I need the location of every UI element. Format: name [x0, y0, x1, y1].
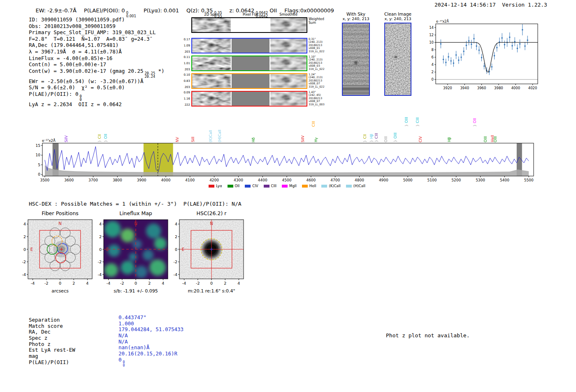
- info-lineflux: LineFlux = -4.00(±0.85)e-16: [29, 55, 165, 62]
- svg-text:5500: 5500: [524, 178, 534, 182]
- svg-text:0: 0: [175, 247, 177, 252]
- svg-text:3940: 3940: [460, 86, 469, 90]
- match-row-label: Photo z: [29, 341, 118, 347]
- match-row-label: RA, Dec: [29, 329, 118, 335]
- legend-item: (H)CaII: [346, 184, 365, 188]
- svg-text:E: E: [182, 247, 184, 252]
- match-row-value: 000: [118, 357, 125, 367]
- legend-item: (K)CaII: [321, 184, 340, 188]
- spec2d-row: 0.100.832031.24"(240, 213)20180213v008_0…: [182, 73, 328, 89]
- svg-text:Lineflux Map: Lineflux Map: [119, 210, 152, 216]
- info-sn-chi2: S/N = 9.6(±2.0) χ² = 0.5(±0.0): [29, 84, 165, 91]
- spec2d-row: WeightedSum: [182, 17, 328, 33]
- match-rows: Separation0.443747"Match score1.000RA, D…: [29, 314, 183, 363]
- match-row-value: 20.16(20.15,20.16)R: [118, 350, 177, 357]
- spectral-line-label: } OII: [473, 118, 477, 127]
- svg-text:0: 0: [59, 281, 61, 285]
- photz-note: Phot z plot not available.: [386, 332, 470, 339]
- info-radec: RA,Dec (179.044464,51.075481): [29, 42, 165, 49]
- full-spectrum-plot: 3500360037003800390040004100420043004400…: [33, 138, 541, 183]
- spec2d-strip: [191, 91, 307, 107]
- spec2d-header-2dspec: 2D Spec: [204, 12, 218, 16]
- match-row-label: P(LAE)/P(OII): [29, 359, 118, 365]
- legend-swatch: [264, 185, 269, 188]
- legend-item: CIV: [245, 184, 258, 188]
- info-redshifts: LyA z = 2.2634 OII z = 0.0642: [29, 101, 165, 108]
- svg-text:-2: -2: [44, 281, 48, 285]
- svg-text:4400: 4400: [258, 178, 267, 182]
- svg-text:2: 2: [148, 281, 151, 285]
- info-cont-n: Cont(n) = 5.00(±0.00)e-17: [29, 61, 165, 68]
- svg-text:e⁻¹⁷x2Å: e⁻¹⁷x2Å: [436, 19, 449, 23]
- clean-image-coords: x, y: 240, 213: [382, 16, 414, 21]
- svg-text:-4: -4: [174, 272, 177, 277]
- svg-text:5: 5: [38, 163, 40, 167]
- info-seeing: F=2.8" T=0.121 N̄=1.07 A=0.83̄ g=24.3̄: [29, 36, 165, 42]
- svg-text:2: 2: [224, 281, 226, 285]
- spec2d-strip: [191, 17, 307, 33]
- spec2d-row: 0.171.092030.31"(240, 213)20180213v008_0…: [182, 38, 328, 53]
- ew-value: EW: -2.9±-0.7Å: [36, 7, 77, 14]
- source-spot: [343, 23, 369, 95]
- with-sky-panel: With Sky x, y: 240, 213: [340, 12, 372, 96]
- with-sky-coords: x, y: 240, 213: [340, 16, 372, 21]
- spec2d-strip: [191, 56, 307, 71]
- svg-text:0: 0: [38, 172, 40, 176]
- match-row-label: Separation: [29, 317, 118, 323]
- info-ewr: EWr = -2.50(±0.54) (w: -3.20(±0.67))Å: [29, 78, 165, 85]
- svg-text:-2: -2: [196, 281, 200, 285]
- plya-value: P(Lyα): 0.001: [144, 7, 179, 14]
- spec2d-header-smoothed: Smoothed: [279, 12, 297, 16]
- svg-text:4800: 4800: [355, 178, 364, 182]
- hsc-match-header: HSC-DEX : Possible Matches = 1 (within +…: [29, 201, 242, 207]
- spec2d-strip: [191, 73, 307, 89]
- svg-text:10: 10: [429, 40, 434, 44]
- svg-text:4700: 4700: [330, 178, 340, 182]
- svg-text:5000: 5000: [403, 178, 413, 182]
- match-row-value: 1.000: [118, 320, 134, 327]
- match-row: Separation0.443747": [29, 314, 183, 320]
- svg-text:10: 10: [36, 153, 41, 157]
- info-id: ID: 3090011059 (3090011059.pdf): [29, 16, 165, 23]
- spec2d-header-pixelflat: Pixel Flat: [243, 12, 258, 16]
- svg-text:4300: 4300: [234, 178, 243, 182]
- svg-text:E: E: [106, 247, 109, 252]
- line-fit-plot: 39203940396039804000402002468101214e⁻¹⁷x…: [425, 19, 541, 93]
- svg-text:-2: -2: [22, 260, 26, 264]
- match-table: Separation0.443747"Match score1.000RA, D…: [29, 314, 183, 363]
- hsc-r-cutout: -4-4-2-2002244HSC(26.2) rm:20.1 re:1.6" …: [167, 210, 246, 296]
- svg-text:3500: 3500: [40, 178, 49, 182]
- spec2d-row: 0.091.162221.43"(242, 45)20180213v008_07…: [182, 91, 328, 107]
- spec2d-rows: WeightedSum0.171.092030.31"(240, 213)201…: [182, 17, 328, 107]
- svg-text:4200: 4200: [209, 178, 219, 182]
- with-sky-title: With Sky: [340, 12, 372, 16]
- svg-text:3600: 3600: [64, 178, 74, 182]
- spectral-line-label: } CIII: [416, 117, 420, 127]
- match-row-value: nan(±nan)Å: [118, 344, 149, 350]
- legend-swatch: [282, 185, 288, 188]
- timestamp-version: 2024-12-14 14:56:17 Version 1.22.3: [434, 2, 547, 8]
- legend-swatch: [209, 185, 214, 188]
- legend-swatch: [228, 185, 233, 188]
- svg-text:N: N: [58, 221, 61, 226]
- info-cont-w: Cont(w) = 3.90(±0.02)e-17 (gmag 20.2520.…: [29, 68, 165, 78]
- legend-swatch: [321, 185, 327, 188]
- match-row-label: mag: [29, 353, 118, 359]
- clean-image-title: Clean Image: [382, 12, 414, 16]
- match-row-label: Spec z: [29, 335, 118, 341]
- svg-text:4000: 4000: [511, 86, 520, 90]
- spectral-line-label: CIII: [311, 121, 316, 127]
- svg-text:3920: 3920: [443, 86, 452, 90]
- svg-text:4600: 4600: [306, 178, 316, 182]
- svg-text:-2: -2: [120, 281, 124, 285]
- plae-poii-value: P(LAE)/P(OII): 000.001: [84, 7, 136, 14]
- svg-text:3960: 3960: [477, 86, 486, 90]
- match-row-value: N/A: [118, 339, 128, 345]
- svg-text:-4: -4: [182, 281, 186, 285]
- detection-info-block: ID: 3090011059 (3090011059.pdf) Obs: 201…: [29, 16, 165, 108]
- svg-text:E: E: [30, 247, 33, 252]
- svg-text:N: N: [210, 221, 213, 226]
- info-lambda-sigma: λ = 3967.19Å σ = 4.11(±0.78)Å: [29, 49, 165, 55]
- legend-item: Lyα: [209, 184, 222, 188]
- spectrum-legend: LyαOIICIVCIIIMgIIHeII(K)CaII(H)CaII: [33, 184, 541, 188]
